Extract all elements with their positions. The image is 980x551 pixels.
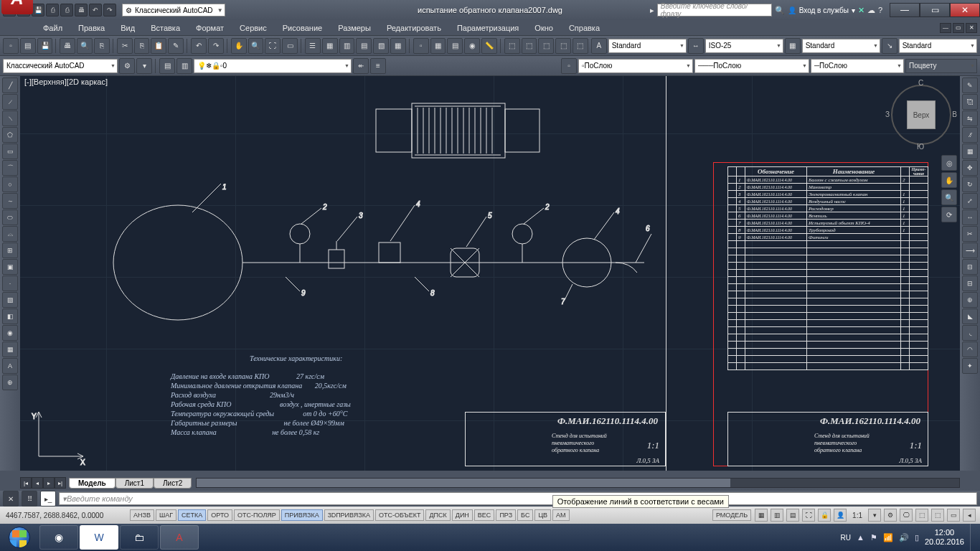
redo-icon[interactable]: ↷ — [208, 38, 224, 54]
nav-wheel-icon[interactable]: ◎ — [941, 155, 957, 171]
exchange-icon[interactable]: ✕ — [858, 6, 864, 15]
mdi-restore-button[interactable]: ▭ — [953, 23, 964, 33]
spline-icon[interactable]: ～ — [2, 193, 18, 209]
sign-in-link[interactable]: 👤 Вход в службы ▾ — [788, 6, 855, 14]
line-icon[interactable]: ╱ — [2, 77, 18, 93]
tray-vol-icon[interactable]: 🔊 — [899, 533, 909, 542]
hatch-icon[interactable]: ▦ — [430, 38, 446, 54]
status-annoscale-icon[interactable]: ▾ — [868, 509, 881, 522]
chamfer-icon[interactable]: ◣ — [962, 309, 978, 324]
sheet-icon[interactable]: ▤ — [356, 38, 372, 54]
help-search-input[interactable]: Введите ключевое слово/фразу — [657, 4, 772, 17]
menu-help[interactable]: Справка — [562, 22, 607, 34]
qat-save-icon[interactable]: 💾 — [32, 4, 44, 17]
paste-icon[interactable]: 📋 — [151, 38, 166, 54]
status-person-icon[interactable]: 👤 — [834, 509, 847, 522]
plot-icon[interactable]: 🖶 — [60, 38, 75, 54]
break-icon[interactable]: ⊟ — [962, 259, 978, 275]
view-cube[interactable]: Верх С Ю В З — [885, 79, 957, 151]
plotstyle-select[interactable]: Поцвету — [905, 59, 977, 73]
hatch2-icon[interactable]: ▨ — [2, 292, 18, 308]
addsel-icon[interactable]: ⊕ — [2, 375, 18, 390]
menu-draw[interactable]: Рисование — [275, 22, 329, 34]
qat-print-icon[interactable]: 🖶 — [75, 4, 88, 17]
maximize-button[interactable]: ▭ — [920, 3, 950, 17]
table-style-icon[interactable]: ▦ — [785, 38, 801, 54]
menu-modify[interactable]: Редактировать — [380, 22, 448, 34]
menu-dim[interactable]: Размеры — [331, 22, 378, 34]
cmd-close-icon[interactable]: ✕ — [3, 491, 19, 507]
join-icon[interactable]: ⊕ — [962, 292, 978, 308]
scale-icon[interactable]: ⤢ — [962, 193, 978, 209]
drawing-viewport[interactable]: [-][Верхняя][2D каркас] YX 1 2 — [20, 76, 960, 471]
rect-icon[interactable]: ▭ — [2, 143, 18, 159]
status-btn-привязка[interactable]: ПРИВЯЗКА — [281, 509, 323, 521]
more-icon[interactable]: ⬚ — [538, 38, 554, 54]
status-btn-3dпривязка[interactable]: 3DПРИВЯЗКА — [324, 509, 374, 521]
mlead-style-icon[interactable]: ↘ — [882, 38, 897, 54]
text-style-select[interactable]: Standard — [608, 39, 687, 53]
ren-icon[interactable]: ⬚ — [504, 38, 520, 54]
cloud-icon[interactable]: ☁ — [867, 6, 875, 15]
tab-prev-icon[interactable]: ◂ — [32, 477, 43, 489]
show-desktop-button[interactable] — [970, 524, 976, 551]
ws-gear-icon[interactable]: ⚙ — [119, 58, 135, 74]
tab-layout2[interactable]: Лист2 — [154, 478, 192, 489]
markup-icon[interactable]: ▧ — [373, 38, 389, 54]
qat-saveas-icon[interactable]: ⎙ — [46, 4, 59, 17]
point-icon[interactable]: · — [2, 276, 18, 291]
region2-icon[interactable]: ◉ — [2, 325, 18, 341]
more2-icon[interactable]: ⬚ — [555, 38, 571, 54]
minimize-button[interactable]: — — [890, 3, 920, 17]
menu-format[interactable]: Формат — [189, 22, 231, 34]
viewport-label[interactable]: [-][Верхняя][2D каркас] — [24, 77, 108, 86]
table-tb-icon[interactable]: ▤ — [447, 38, 463, 54]
new-icon[interactable]: ▫ — [3, 38, 19, 54]
status-btn-орто[interactable]: ОРТО — [207, 509, 232, 521]
status-btn-сетка[interactable]: СЕТКА — [178, 509, 206, 521]
search-icon[interactable]: 🔍 — [775, 6, 785, 15]
qat-undo-icon[interactable]: ↶ — [89, 4, 102, 17]
status-clean-icon[interactable]: ▭ — [947, 509, 960, 522]
insert-icon[interactable]: ⊞ — [2, 242, 18, 258]
layer-select[interactable]: 💡❄🔒▫ 0 — [194, 59, 352, 73]
arc-icon[interactable]: ⌒ — [2, 160, 18, 176]
offset-icon[interactable]: ⫽ — [962, 127, 978, 143]
stretch-icon[interactable]: ↔ — [962, 209, 978, 225]
table-icon[interactable]: ▦ — [2, 342, 18, 357]
layer-match-icon[interactable]: ≡ — [370, 58, 386, 74]
status-tray-icon[interactable]: ◂ — [963, 509, 976, 522]
tab-first-icon[interactable]: |◂ — [20, 477, 32, 489]
table-style-select[interactable]: Standard — [802, 39, 880, 53]
close-button[interactable]: ✕ — [950, 3, 980, 17]
help-icon[interactable]: ? — [878, 6, 882, 14]
status-iso-icon[interactable]: ⬚ — [915, 509, 928, 522]
vis-icon[interactable]: ⬚ — [522, 38, 537, 54]
nav-orbit-icon[interactable]: ⟳ — [941, 207, 957, 222]
status-btn-отс-объект[interactable]: ОТС-ОБЪЕКТ — [375, 509, 424, 521]
copy-icon[interactable]: ⎘ — [134, 38, 150, 54]
task-autocad[interactable]: A — [160, 525, 199, 550]
mdi-close-button[interactable]: ✕ — [966, 23, 977, 33]
status-maximize-icon[interactable]: ⛶ — [802, 509, 815, 522]
status-btn-дпск[interactable]: ДПСК — [425, 509, 450, 521]
status-scale[interactable]: 1:1 — [849, 512, 865, 519]
layer-prev-icon[interactable]: ↞ — [353, 58, 369, 74]
open-icon[interactable]: ▤ — [20, 38, 36, 54]
copy2-icon[interactable]: ⿻ — [962, 94, 978, 110]
zoom-icon[interactable]: 🔍 — [248, 38, 264, 54]
mtext-icon[interactable]: A — [2, 358, 18, 374]
color-select[interactable]: ▫ ПоСлою — [578, 59, 693, 73]
menu-edit[interactable]: Правка — [71, 22, 112, 34]
break2-icon[interactable]: ⊟ — [962, 276, 978, 291]
polygon-icon[interactable]: ⬠ — [2, 127, 18, 143]
gradient-icon[interactable]: ◧ — [2, 309, 18, 324]
publish-icon[interactable]: ⎘ — [94, 38, 110, 54]
title-arrow-icon[interactable]: ▸ — [650, 6, 654, 15]
qat-redo-icon[interactable]: ↷ — [103, 4, 116, 17]
app-logo[interactable]: A — [1, 0, 33, 14]
zoom-ext-icon[interactable]: ⛶ — [265, 38, 281, 54]
tray-lang[interactable]: RU — [841, 534, 851, 542]
layer-state-icon[interactable]: ▥ — [176, 58, 192, 74]
fillet-icon[interactable]: ◟ — [962, 325, 978, 341]
